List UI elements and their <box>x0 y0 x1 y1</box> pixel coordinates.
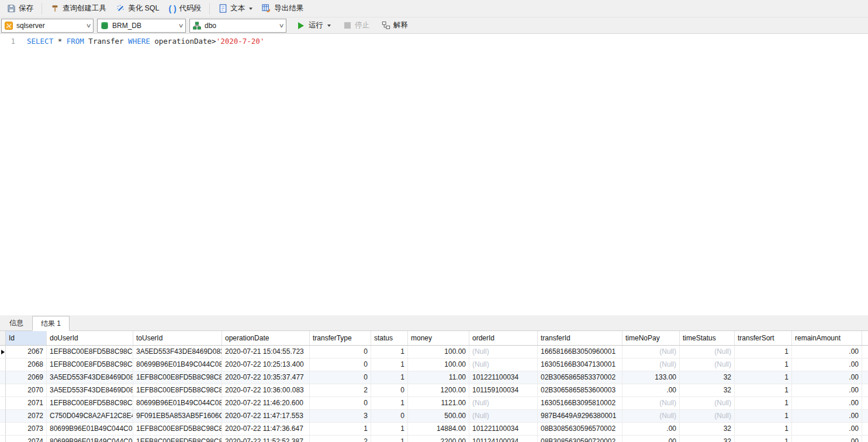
table-cell[interactable]: (Null) <box>469 359 538 371</box>
tab-result[interactable]: 结果 1 <box>32 316 70 331</box>
table-cell[interactable]: 0 <box>310 397 371 409</box>
table-cell[interactable]: 80699B96E01B49C044C08 <box>133 397 222 409</box>
table-cell[interactable]: 3A5ED553F43DE8469D083 <box>47 384 133 396</box>
table-cell[interactable]: 32 <box>680 371 735 384</box>
table-cell[interactable]: 3 <box>310 410 371 422</box>
run-button[interactable]: 运行 <box>292 19 335 32</box>
column-header-transferSort[interactable]: transferSort <box>735 331 792 345</box>
table-cell[interactable]: 2020-07-22 11:46:20.600 <box>222 397 310 409</box>
table-cell[interactable]: 3A5ED553F43DE8469D083 <box>133 346 222 358</box>
table-cell[interactable]: 2020-07-22 10:36:00.083 <box>222 384 310 396</box>
table-cell[interactable]: 14884.00 <box>408 423 469 435</box>
table-cell[interactable]: 500.00 <box>408 410 469 422</box>
explain-button[interactable]: 解释 <box>377 19 412 32</box>
table-cell[interactable]: 2068 <box>6 359 47 371</box>
table-cell[interactable]: 1 <box>371 397 408 409</box>
table-cell[interactable]: 2020-07-22 11:47:36.647 <box>222 423 310 435</box>
table-cell[interactable]: 0 <box>310 359 371 371</box>
table-cell[interactable]: 1 <box>735 371 792 384</box>
table-cell[interactable]: 0 <box>310 346 371 358</box>
row-gutter[interactable] <box>0 371 6 384</box>
table-cell[interactable]: 16305166B3095810002 <box>538 397 623 409</box>
table-cell[interactable]: 08B3085630596570002 <box>538 423 623 435</box>
table-cell[interactable]: .00 <box>623 436 680 442</box>
table-cell[interactable]: 9F091EB5A853AB5F1606C <box>133 410 222 422</box>
table-cell[interactable]: 1EFB8C00E8FD5B8C98C83 <box>133 371 222 384</box>
table-cell[interactable]: 1200.00 <box>408 384 469 396</box>
table-cell[interactable]: 100.00 <box>408 359 469 371</box>
row-gutter[interactable] <box>0 384 6 396</box>
column-header-doUserId[interactable]: doUserId <box>47 331 133 345</box>
table-cell[interactable]: .00 <box>623 423 680 435</box>
row-gutter[interactable] <box>0 397 6 409</box>
table-cell[interactable]: 1EFB8C00E8FD5B8C98C83 <box>47 397 133 409</box>
table-cell[interactable]: C750D049C8A2AF12C8E48 <box>47 410 133 422</box>
schema-select[interactable]: dbo ∨ <box>189 19 286 33</box>
table-cell[interactable]: 1 <box>735 346 792 358</box>
table-cell[interactable]: 2072 <box>6 410 47 422</box>
table-cell[interactable]: 80699B96E01B49C044C08 <box>133 359 222 371</box>
table-cell[interactable]: 2069 <box>6 371 47 384</box>
table-cell[interactable]: 101221100034 <box>469 371 538 384</box>
column-header-transferType[interactable]: transferType <box>310 331 371 345</box>
table-cell[interactable]: .00 <box>792 359 862 371</box>
table-cell[interactable]: 1EFB8C00E8FD5B8C98C83 <box>47 359 133 371</box>
save-button[interactable]: 保存 <box>2 2 37 15</box>
table-cell[interactable]: 2070 <box>6 384 47 396</box>
row-gutter[interactable] <box>0 423 6 435</box>
table-cell[interactable]: 80699B96E01B49C044C08 <box>47 436 133 442</box>
table-cell[interactable]: 1EFB8C00E8FD5B8C98C83 <box>133 436 222 442</box>
table-cell[interactable]: 2020-07-22 11:52:52.387 <box>222 436 310 442</box>
table-cell[interactable]: 1 <box>371 423 408 435</box>
column-header-Id[interactable]: Id <box>6 331 47 345</box>
table-cell[interactable]: 1EFB8C00E8FD5B8C98C83 <box>133 423 222 435</box>
text-view-button[interactable]: 文本 <box>214 2 257 15</box>
table-cell[interactable]: 32 <box>680 384 735 396</box>
column-header-transferId[interactable]: transferId <box>538 331 623 345</box>
table-cell[interactable]: (Null) <box>623 346 680 358</box>
table-cell[interactable]: .00 <box>792 384 862 396</box>
column-header-toUserId[interactable]: toUserId <box>133 331 222 345</box>
table-cell[interactable]: 101159100034 <box>469 384 538 396</box>
table-cell[interactable]: 987B4649A9296380001 <box>538 410 623 422</box>
table-cell[interactable]: 1 <box>735 397 792 409</box>
table-cell[interactable]: .00 <box>792 423 862 435</box>
table-cell[interactable]: 101221100034 <box>469 423 538 435</box>
table-cell[interactable]: 2200.00 <box>408 436 469 442</box>
row-gutter[interactable] <box>0 436 6 442</box>
table-cell[interactable]: (Null) <box>623 410 680 422</box>
table-cell[interactable]: 2067 <box>6 346 47 358</box>
table-cell[interactable]: (Null) <box>469 397 538 409</box>
table-cell[interactable]: 02B3065865853600003 <box>538 384 623 396</box>
table-cell[interactable]: (Null) <box>680 359 735 371</box>
table-cell[interactable]: 133.00 <box>623 371 680 384</box>
table-cell[interactable]: 0 <box>371 410 408 422</box>
column-header-timeNoPay[interactable]: timeNoPay <box>623 331 680 345</box>
table-cell[interactable]: 1 <box>735 410 792 422</box>
database-select[interactable]: BRM_DB ∨ <box>97 19 186 33</box>
table-cell[interactable]: 1 <box>371 346 408 358</box>
row-gutter-header[interactable] <box>0 331 6 345</box>
table-cell[interactable]: 11.00 <box>408 371 469 384</box>
table-cell[interactable]: 16305166B3047130001 <box>538 359 623 371</box>
column-header-status[interactable]: status <box>371 331 408 345</box>
table-cell[interactable]: 2073 <box>6 423 47 435</box>
column-header-remainAmount[interactable]: remainAmount <box>792 331 862 345</box>
sql-editor[interactable]: 1 SELECT * FROM Transfer WHERE operation… <box>0 34 868 315</box>
table-cell[interactable]: 80699B96E01B49C044C08 <box>47 423 133 435</box>
table-cell[interactable]: .00 <box>792 436 862 442</box>
table-cell[interactable]: 2 <box>310 384 371 396</box>
table-cell[interactable]: 32 <box>680 423 735 435</box>
row-gutter[interactable] <box>0 359 6 371</box>
column-header-operationDate[interactable]: operationDate <box>222 331 310 345</box>
table-cell[interactable]: (Null) <box>623 397 680 409</box>
table-cell[interactable]: 2020-07-22 10:35:37.477 <box>222 371 310 384</box>
table-cell[interactable]: 1121.00 <box>408 397 469 409</box>
table-cell[interactable]: 0 <box>310 371 371 384</box>
code-snippet-button[interactable]: ( ) 代码段 <box>165 2 206 15</box>
table-cell[interactable]: 2074 <box>6 436 47 442</box>
connection-select[interactable]: sqlserver ∨ <box>1 19 94 33</box>
tab-message[interactable]: 信息 <box>1 316 32 330</box>
query-builder-button[interactable]: 查询创建工具 <box>46 2 110 15</box>
table-cell[interactable]: .00 <box>792 346 862 358</box>
